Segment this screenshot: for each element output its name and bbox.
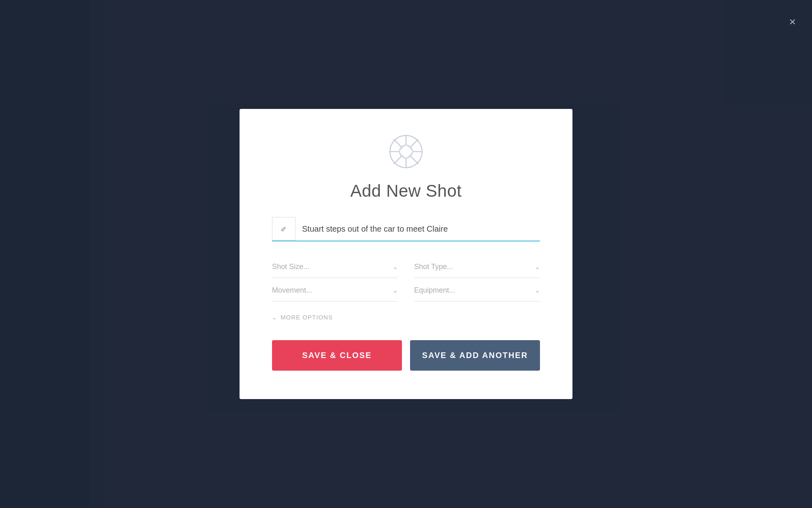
save-add-another-button[interactable]: SAVE & ADD ANOTHER: [410, 340, 540, 371]
shot-size-chevron-icon: ⌄: [393, 263, 398, 271]
modal-dialog: Add New Shot ✏ Shot Size... ⌄ Shot Type.…: [240, 109, 572, 399]
dropdowns-row-2: Movement... ⌄ Equipment... ⌄: [272, 280, 540, 302]
svg-line-9: [394, 157, 401, 164]
modal-title: Add New Shot: [350, 181, 462, 201]
svg-line-6: [394, 139, 401, 146]
pencil-icon: ✏: [279, 224, 289, 234]
modal-overlay: × Ad: [0, 0, 812, 508]
shot-size-dropdown[interactable]: Shot Size... ⌄: [272, 256, 398, 278]
more-options-toggle[interactable]: ⌄ MORE OPTIONS: [272, 314, 540, 321]
shot-type-dropdown[interactable]: Shot Type... ⌄: [414, 256, 540, 278]
shot-type-label: Shot Type...: [414, 263, 453, 271]
movement-chevron-icon: ⌄: [393, 287, 398, 294]
camera-aperture-icon: [388, 133, 424, 172]
movement-label: Movement...: [272, 286, 312, 295]
dropdowns-row-1: Shot Size... ⌄ Shot Type... ⌄: [272, 256, 540, 278]
pencil-icon-box: ✏: [272, 217, 296, 241]
buttons-row: SAVE & CLOSE SAVE & ADD ANOTHER: [272, 340, 540, 371]
svg-line-8: [411, 139, 418, 146]
equipment-chevron-icon: ⌄: [535, 287, 540, 294]
movement-dropdown[interactable]: Movement... ⌄: [272, 280, 398, 302]
more-options-chevron-icon: ⌄: [272, 314, 277, 321]
svg-line-7: [411, 157, 418, 164]
shot-size-label: Shot Size...: [272, 263, 309, 271]
shot-name-input[interactable]: [296, 217, 540, 241]
equipment-dropdown[interactable]: Equipment... ⌄: [414, 280, 540, 302]
save-close-button[interactable]: SAVE & CLOSE: [272, 340, 402, 371]
equipment-label: Equipment...: [414, 286, 455, 295]
more-options-label: MORE OPTIONS: [281, 314, 333, 321]
shot-type-chevron-icon: ⌄: [535, 263, 540, 271]
close-icon[interactable]: ×: [789, 16, 796, 28]
shot-name-row: ✏: [272, 217, 540, 241]
